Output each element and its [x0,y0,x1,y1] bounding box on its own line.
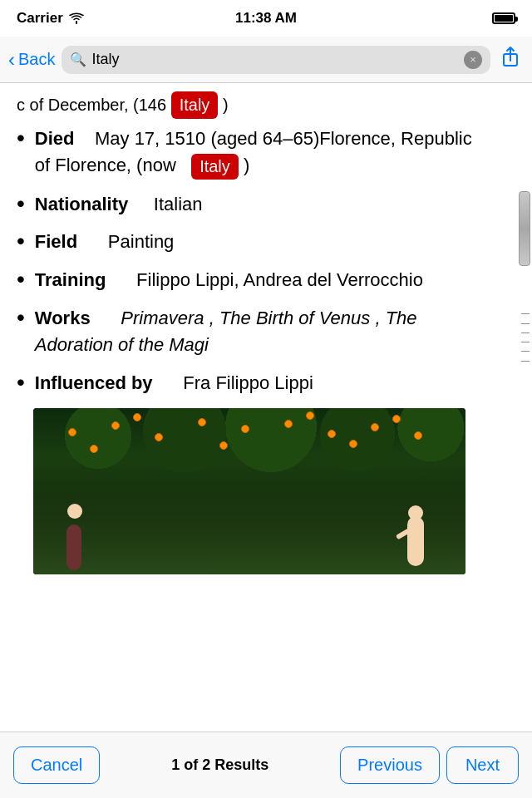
list-item-works: • Works Primavera , The Birth of Venus ,… [17,305,482,358]
bottom-toolbar: Cancel 1 of 2 Results Previous Next [0,732,532,798]
bullet-dot: • [17,368,25,397]
died-label: Died [35,128,75,149]
results-text: 1 of 2 Results [106,756,333,774]
search-input[interactable]: Italy [91,51,459,68]
orange-2 [111,421,120,430]
died-content: Died May 17, 1510 (aged 64–65)Florence, … [35,126,482,180]
training-label: Training [35,269,106,290]
died-end: ) [244,155,249,175]
info-list: • Died May 17, 1510 (aged 64–65)Florence… [17,126,482,397]
orange-7 [328,430,336,438]
orange-11 [219,441,228,450]
works-label: Works [35,308,91,328]
scroll-line [521,332,530,333]
content-area: c of December, (146 Italy ) • Died May 1… [0,83,515,583]
chevron-left-icon: ‹ [8,48,15,71]
scroll-line [521,313,530,314]
scroll-line [521,351,530,352]
bullet-dot: • [17,303,25,332]
tree-canopy [33,408,466,500]
painting-container [33,408,466,574]
cancel-button[interactable]: Cancel [13,746,100,784]
figure-head-left [67,504,82,519]
scroll-line [521,361,530,362]
main-content: c of December, (146 Italy ) • Died May 1… [0,83,515,732]
search-bar[interactable]: 🔍 Italy × [62,46,490,74]
nationality-content: Nationality Italian [35,191,482,218]
italy-badge-2: Italy [191,154,239,180]
orange-9 [414,431,422,440]
bullet-dot: • [17,190,25,218]
wifi-icon [68,12,85,24]
close-paren: ) [223,96,229,114]
list-item-died: • Died May 17, 1510 (aged 64–65)Florence… [17,126,482,180]
works-content: Works Primavera , The Birth of Venus , T… [35,305,482,358]
scroll-lines [520,300,531,375]
back-button[interactable]: ‹ Back [8,48,55,71]
carrier-info: Carrier [17,10,85,27]
nationality-label: Nationality [35,194,128,214]
list-item-training: • Training Filippo Lippi, Andrea del Ver… [17,267,482,293]
influenced-value: Fra Filippo Lippi [183,372,313,393]
orange-14 [306,411,314,420]
carrier-label: Carrier [17,10,63,27]
status-right [492,12,515,24]
scroll-line [521,342,530,342]
orange-13 [133,413,141,421]
figure-body-left [66,525,81,570]
scroll-track[interactable] [517,83,532,732]
battery-fill [495,15,513,22]
orange-4 [198,418,206,426]
italy-badge-1: Italy [171,91,219,119]
list-item-influenced: • Influenced by Fra Filippo Lippi [17,370,482,397]
painting-image [33,408,466,574]
orange-3 [155,433,163,441]
orange-1 [68,428,76,436]
figure-left [50,504,91,570]
top-partial-text: c of December, (146 Italy ) [17,91,482,119]
status-bar: Carrier 11:38 AM [0,0,532,37]
influenced-content: Influenced by Fra Filippo Lippi [35,370,482,397]
scroll-thumb[interactable] [519,191,530,266]
battery-icon [492,12,515,24]
bullet-dot: • [17,227,25,255]
training-value: Filippo Lippi, Andrea del Verrocchio [136,269,423,290]
nationality-value: Italian [154,194,203,214]
orange-5 [241,425,249,433]
influenced-label: Influenced by [35,372,153,393]
figures-area [33,491,466,574]
previous-button[interactable]: Previous [340,746,440,784]
field-value: Painting [108,231,175,252]
died-text: May 17, 1510 (aged 64–65)Florence, Repub… [35,128,472,175]
next-button[interactable]: Next [446,746,519,784]
field-label: Field [35,231,77,252]
bullet-dot: • [17,124,25,152]
list-item-nationality: • Nationality Italian [17,191,482,218]
clear-icon: × [470,53,476,66]
partial-text: c of December, (146 [17,96,166,114]
clear-search-button[interactable]: × [464,51,482,69]
share-button[interactable] [497,46,524,74]
orange-8 [371,423,379,431]
back-label: Back [18,50,55,69]
search-icon: 🔍 [70,52,86,67]
scroll-line [521,323,530,324]
bullet-dot: • [17,265,25,293]
orange-10 [90,445,98,453]
orange-15 [392,415,401,423]
field-content: Field Painting [35,229,482,255]
training-content: Training Filippo Lippi, Andrea del Verro… [35,267,482,293]
list-item-field: • Field Painting [17,229,482,255]
figure-right [391,491,441,566]
orange-6 [284,420,293,428]
share-icon [500,46,520,69]
works-value: Primavera , The Birth of Venus , The Ado… [35,308,417,355]
orange-12 [349,440,357,448]
status-time: 11:38 AM [235,10,297,27]
navigation-bar: ‹ Back 🔍 Italy × [0,37,532,83]
